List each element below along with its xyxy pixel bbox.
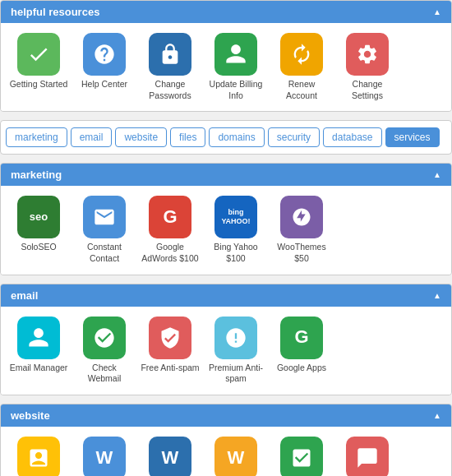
free-antispam-label: Free Anti-spam xyxy=(141,363,199,374)
website-manager-item[interactable]: Website Manager xyxy=(9,437,68,476)
premium-antispam-item[interactable]: Premium Anti-spam xyxy=(206,317,265,385)
tab-email[interactable]: email xyxy=(71,127,113,147)
update-billing-icon xyxy=(214,33,257,76)
bing-yahoo-item[interactable]: bingYAHOO! Bing Yahoo $100 xyxy=(206,196,265,264)
category-tab-bar: marketing email website files domains se… xyxy=(0,120,452,155)
website-title: website xyxy=(11,409,50,422)
tab-database[interactable]: database xyxy=(323,127,381,147)
constant-contact-item[interactable]: Constant Contact xyxy=(75,196,134,264)
marketing-header: marketing ▲ xyxy=(1,164,451,186)
marketing-title: marketing xyxy=(11,169,62,181)
getting-started-item[interactable]: Getting Started xyxy=(9,33,68,101)
email-body: Email Manager Check Webmail Free Anti-sp… xyxy=(1,307,451,395)
google-adwords-icon: G xyxy=(149,196,191,238)
getting-started-label: Getting Started xyxy=(10,79,68,90)
renew-account-item[interactable]: Renew Account xyxy=(272,33,331,101)
email-title: email xyxy=(11,289,38,302)
renew-account-label: Renew Account xyxy=(272,79,331,101)
change-settings-label: Change Settings xyxy=(338,79,397,101)
website-manager-icon xyxy=(17,437,60,476)
change-passwords-icon xyxy=(149,33,191,76)
change-settings-icon xyxy=(346,33,389,76)
bing-yahoo-label: Bing Yahoo $100 xyxy=(206,242,265,264)
woothemes-icon xyxy=(280,196,323,238)
website-section: website ▲ Website Manager W Install Word… xyxy=(0,404,452,476)
use-weebly-item[interactable]: W Use Weebly xyxy=(206,437,265,476)
constant-contact-icon xyxy=(83,196,126,238)
website-header: website ▲ xyxy=(1,404,451,427)
getting-started-icon xyxy=(17,33,60,76)
google-apps-item[interactable]: G Google Apps xyxy=(272,317,331,385)
change-settings-item[interactable]: Change Settings xyxy=(338,33,397,101)
soloseo-item[interactable]: seo SoloSEO xyxy=(9,196,68,264)
check-webmail-icon xyxy=(83,317,126,359)
tab-security[interactable]: security xyxy=(268,127,320,147)
website-body: Website Manager W Install WordPress W Wo… xyxy=(1,427,451,476)
helpful-resources-header: helpful resources ▲ xyxy=(1,1,451,23)
helpful-resources-section: helpful resources ▲ Getting Started Help… xyxy=(0,0,452,112)
google-apps-label: Google Apps xyxy=(277,363,326,374)
change-passwords-label: Change Passwords xyxy=(141,79,200,101)
google-apps-icon: G xyxy=(280,317,323,359)
my-installs-item[interactable]: My Installs xyxy=(338,437,397,476)
free-antispam-icon xyxy=(149,317,191,359)
website-arrow: ▲ xyxy=(433,411,441,420)
tab-website[interactable]: website xyxy=(115,127,167,147)
update-billing-label: Update Billing Info xyxy=(206,79,265,101)
change-passwords-item[interactable]: Change Passwords xyxy=(141,33,200,101)
helpful-resources-arrow: ▲ xyxy=(433,7,441,16)
helpful-resources-title: helpful resources xyxy=(11,6,99,18)
oneclick-install-icon xyxy=(280,437,323,476)
woothemes-item[interactable]: WooThemes $50 xyxy=(272,196,331,264)
soloseo-icon: seo xyxy=(17,196,60,238)
email-section: email ▲ Email Manager Check Webmail Free… xyxy=(0,284,452,395)
tab-files[interactable]: files xyxy=(170,127,205,147)
wordpress-themes-icon: W xyxy=(149,437,191,476)
my-installs-icon xyxy=(346,437,389,476)
bing-yahoo-icon: bingYAHOO! xyxy=(214,196,257,238)
update-billing-item[interactable]: Update Billing Info xyxy=(206,33,265,101)
woothemes-label: WooThemes $50 xyxy=(272,242,331,264)
wordpress-themes-item[interactable]: W WordPress Themes xyxy=(141,437,200,476)
google-adwords-label: Google AdWords $100 xyxy=(141,242,200,264)
helpful-resources-body: Getting Started Help Center Change Passw… xyxy=(1,23,451,111)
premium-antispam-label: Premium Anti-spam xyxy=(206,363,265,385)
install-wordpress-item[interactable]: W Install WordPress xyxy=(75,437,134,476)
oneclick-install-item[interactable]: One-click Install xyxy=(272,437,331,476)
email-manager-icon xyxy=(17,317,60,359)
tab-domains[interactable]: domains xyxy=(209,127,264,147)
help-center-icon xyxy=(83,33,126,76)
help-center-item[interactable]: Help Center xyxy=(75,33,134,101)
marketing-section: marketing ▲ seo SoloSEO Constant Contact… xyxy=(0,163,452,275)
help-center-label: Help Center xyxy=(81,79,127,90)
tab-marketing[interactable]: marketing xyxy=(6,127,67,147)
email-header: email ▲ xyxy=(1,284,451,307)
check-webmail-item[interactable]: Check Webmail xyxy=(75,317,134,385)
marketing-body: seo SoloSEO Constant Contact G Google Ad… xyxy=(1,186,451,274)
tab-services[interactable]: services xyxy=(385,127,440,147)
soloseo-label: SoloSEO xyxy=(21,242,56,253)
constant-contact-label: Constant Contact xyxy=(75,242,134,264)
email-manager-item[interactable]: Email Manager xyxy=(9,317,68,385)
email-manager-label: Email Manager xyxy=(10,363,68,374)
install-wordpress-icon: W xyxy=(83,437,126,476)
marketing-arrow: ▲ xyxy=(433,170,441,179)
free-antispam-item[interactable]: Free Anti-spam xyxy=(141,317,200,385)
check-webmail-label: Check Webmail xyxy=(75,363,134,385)
use-weebly-icon: W xyxy=(214,437,257,476)
google-adwords-item[interactable]: G Google AdWords $100 xyxy=(141,196,200,264)
email-arrow: ▲ xyxy=(433,291,441,300)
premium-antispam-icon xyxy=(214,317,257,359)
renew-account-icon xyxy=(280,33,323,76)
